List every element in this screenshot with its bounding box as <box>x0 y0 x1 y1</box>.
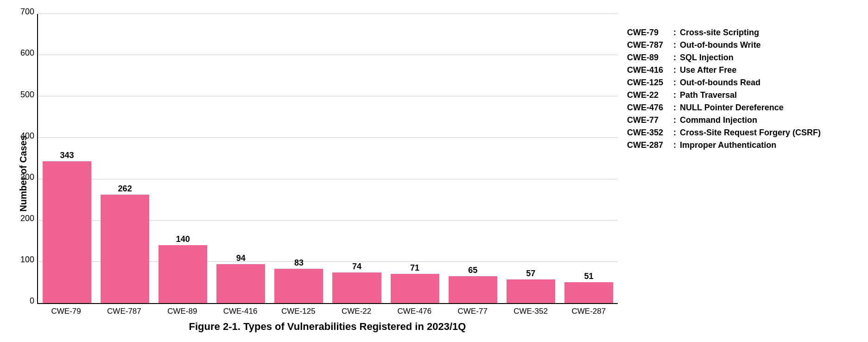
legend-cwe: CWE-287 <box>627 140 673 150</box>
x-axis-label: CWE-22 <box>327 307 385 316</box>
legend-description: Use After Free <box>680 65 736 75</box>
x-axis-label: CWE-476 <box>386 307 444 316</box>
y-tick-label: 100 <box>11 255 34 265</box>
legend-cwe: CWE-22 <box>627 90 673 100</box>
legend-sep: : <box>673 103 676 113</box>
y-tick-label: 600 <box>11 48 34 58</box>
legend-description: Out-of-bounds Read <box>680 78 760 88</box>
legend-description: SQL Injection <box>680 53 734 63</box>
bar-group: 51 <box>560 14 618 303</box>
legend-cwe: CWE-77 <box>627 115 673 125</box>
bar-group: 65 <box>444 14 502 303</box>
legend: CWE-79 : Cross-site ScriptingCWE-787 : O… <box>618 23 849 158</box>
legend-item: CWE-22 : Path Traversal <box>627 90 840 100</box>
x-axis-label: CWE-89 <box>153 307 211 316</box>
legend-sep: : <box>673 40 676 50</box>
legend-cwe: CWE-125 <box>627 78 673 88</box>
bar-group: 343 <box>38 14 96 303</box>
bar-group: 83 <box>270 14 328 303</box>
legend-sep: : <box>673 128 676 138</box>
x-axis-label: CWE-287 <box>560 307 618 316</box>
bar-value-label: 74 <box>352 262 361 272</box>
bar-value-label: 57 <box>526 269 535 279</box>
y-tick-label: 0 <box>11 296 34 306</box>
bar-value-label: 343 <box>60 151 74 160</box>
x-axis-label: CWE-416 <box>211 307 269 316</box>
legend-description: Cross-Site Request Forgery (CSRF) <box>680 128 821 138</box>
bar-rect <box>564 282 613 303</box>
legend-cwe: CWE-416 <box>627 65 673 75</box>
legend-cwe: CWE-476 <box>627 103 673 113</box>
legend-sep: : <box>673 115 676 125</box>
legend-cwe: CWE-787 <box>627 40 673 50</box>
bar-value-label: 94 <box>236 253 246 263</box>
chart-plot: 34326214094837471655751 0100200300400500… <box>37 14 618 304</box>
bar-group: 94 <box>212 14 270 303</box>
x-axis-label: CWE-125 <box>269 307 327 316</box>
y-tick-label: 300 <box>11 172 34 182</box>
x-axis-label: CWE-77 <box>444 307 501 316</box>
bar-rect <box>158 245 207 303</box>
bar-value-label: 83 <box>294 258 304 268</box>
legend-description: NULL Pointer Dereference <box>680 103 784 113</box>
bar-value-label: 51 <box>584 272 593 281</box>
legend-item: CWE-476 : NULL Pointer Dereference <box>627 103 840 113</box>
x-axis-label: CWE-352 <box>501 307 559 316</box>
legend-sep: : <box>673 140 676 150</box>
legend-cwe: CWE-352 <box>627 128 673 138</box>
legend-description: Path Traversal <box>680 90 737 100</box>
legend-sep: : <box>673 90 676 100</box>
legend-cwe: CWE-79 <box>627 28 673 38</box>
x-axis-label: CWE-787 <box>95 307 153 316</box>
legend-item: CWE-79 : Cross-site Scripting <box>627 28 840 38</box>
bar-rect <box>274 269 323 303</box>
legend-sep: : <box>673 28 676 38</box>
legend-cwe: CWE-89 <box>627 53 673 63</box>
bar-rect <box>216 264 265 303</box>
legend-item: CWE-89 : SQL Injection <box>627 53 840 63</box>
x-axis-label: CWE-79 <box>37 307 95 316</box>
y-tick-label: 200 <box>11 214 34 223</box>
bar-rect <box>332 272 381 303</box>
bar-group: 57 <box>502 14 560 303</box>
legend-description: Improper Authentication <box>680 140 776 150</box>
chart-container: Number of Cases 34326214094837471655751 … <box>0 0 868 342</box>
bar-rect <box>449 276 497 303</box>
bar-value-label: 262 <box>118 184 132 194</box>
legend-item: CWE-125 : Out-of-bounds Read <box>627 78 840 88</box>
figure-caption: Figure 2-1. Types of Vulnerabilities Reg… <box>37 321 618 333</box>
bar-rect <box>391 274 439 303</box>
legend-description: Out-of-bounds Write <box>680 40 761 50</box>
y-tick-label: 500 <box>11 90 34 100</box>
bar-value-label: 71 <box>410 263 419 273</box>
legend-sep: : <box>673 78 676 88</box>
legend-sep: : <box>673 65 676 75</box>
y-tick-label: 700 <box>11 7 34 17</box>
y-tick-label: 400 <box>11 131 34 141</box>
legend-item: CWE-352 : Cross-Site Request Forgery (CS… <box>627 128 840 138</box>
bar-rect <box>101 195 149 303</box>
bar-value-label: 140 <box>176 234 190 244</box>
bar-group: 262 <box>96 14 154 303</box>
bar-rect <box>43 161 91 303</box>
chart-area: Number of Cases 34326214094837471655751 … <box>9 14 618 333</box>
legend-item: CWE-787 : Out-of-bounds Write <box>627 40 840 50</box>
legend-sep: : <box>673 53 676 63</box>
bar-group: 74 <box>328 14 386 303</box>
legend-description: Cross-site Scripting <box>680 28 759 38</box>
legend-item: CWE-77 : Command Injection <box>627 115 840 125</box>
bar-group: 71 <box>386 14 444 303</box>
legend-item: CWE-416 : Use After Free <box>627 65 840 75</box>
bar-rect <box>507 279 555 303</box>
bar-value-label: 65 <box>468 266 477 275</box>
legend-description: Command Injection <box>680 115 757 125</box>
bar-group: 140 <box>154 14 212 303</box>
legend-item: CWE-287 : Improper Authentication <box>627 140 840 150</box>
